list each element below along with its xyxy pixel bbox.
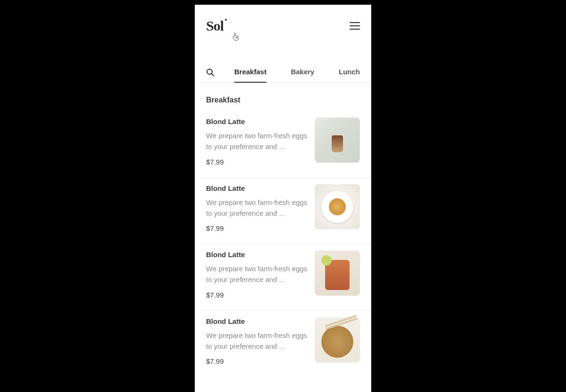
menu-item-desc: We prepare two farm-fresh eggs to your p…: [206, 263, 307, 285]
menu-item-price: $7.99: [206, 357, 307, 365]
menu-item[interactable]: Blond Latte We prepare two farm-fresh eg…: [195, 244, 371, 311]
header: Sol: [195, 5, 371, 43]
tabs-row: Breakfast Bakery Lunch: [195, 62, 371, 83]
menu-item-text: Blond Latte We prepare two farm-fresh eg…: [206, 251, 307, 299]
hamburger-line: [350, 29, 360, 30]
menu-item-price: $7.99: [206, 291, 307, 299]
menu-item[interactable]: Blond Latte We prepare two farm-fresh eg…: [195, 311, 371, 377]
tab-lunch[interactable]: Lunch: [339, 62, 360, 82]
menu-item-price: $7.99: [206, 224, 307, 232]
menu-item-desc: We prepare two farm-fresh eggs to your p…: [206, 130, 307, 152]
menu-item-desc: We prepare two farm-fresh eggs to your p…: [206, 197, 307, 219]
app-frame: Sol Breakfast Bakery: [195, 5, 371, 392]
menu-item-title: Blond Latte: [206, 184, 307, 192]
menu-item-title: Blond Latte: [206, 251, 307, 259]
hamburger-line: [350, 22, 360, 23]
search-button[interactable]: [206, 68, 223, 77]
brand-text: Sol: [206, 18, 223, 33]
menu-item-text: Blond Latte We prepare two farm-fresh eg…: [206, 118, 307, 166]
menu-item-image: [315, 184, 360, 229]
menu-item-text: Blond Latte We prepare two farm-fresh eg…: [206, 184, 307, 233]
tab-breakfast[interactable]: Breakfast: [234, 62, 266, 82]
menu-item-image: [315, 317, 360, 362]
menu-item-title: Blond Latte: [206, 118, 307, 125]
svg-line-4: [212, 74, 214, 76]
brand-dot: [225, 19, 227, 21]
search-icon: [206, 68, 215, 77]
menu-item[interactable]: Blond Latte We prepare two farm-fresh eg…: [195, 178, 371, 244]
tab-label: Breakfast: [234, 68, 266, 76]
menu-item-image: [315, 251, 360, 296]
category-tabs: Breakfast Bakery Lunch: [223, 62, 360, 82]
menu-list: Blond Latte We prepare two farm-fresh eg…: [195, 111, 371, 376]
menu-item-image: [315, 118, 360, 163]
hamburger-line: [350, 25, 360, 26]
tab-bakery[interactable]: Bakery: [291, 62, 314, 82]
menu-item[interactable]: Blond Latte We prepare two farm-fresh eg…: [195, 111, 371, 178]
brand-logo[interactable]: Sol: [206, 18, 223, 34]
tab-label: Lunch: [339, 68, 360, 76]
menu-button[interactable]: [350, 22, 360, 30]
section-title: Breakfast: [195, 83, 371, 111]
tab-label: Bakery: [291, 68, 314, 76]
menu-item-price: $7.99: [206, 158, 307, 166]
menu-item-desc: We prepare two farm-fresh eggs to your p…: [206, 330, 307, 352]
menu-item-title: Blond Latte: [206, 317, 307, 325]
menu-item-text: Blond Latte We prepare two farm-fresh eg…: [206, 317, 307, 366]
